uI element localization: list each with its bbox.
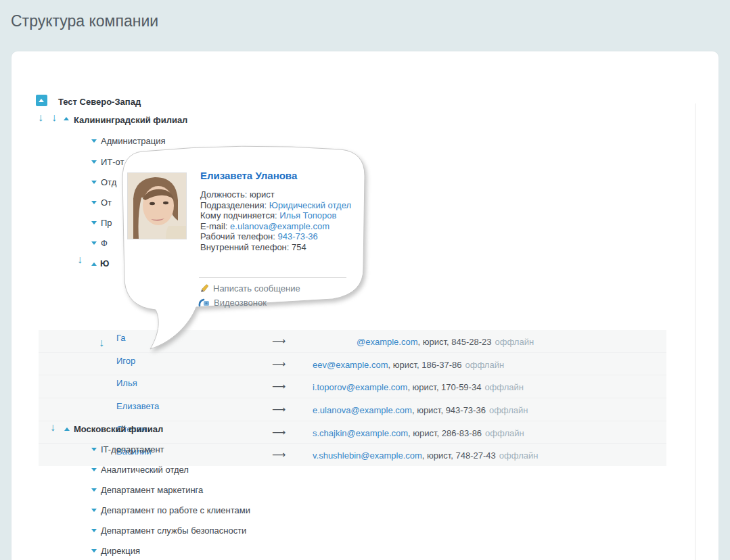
tree-node-department[interactable]: Аналитический отдел	[101, 465, 189, 475]
field-email: E-mail: e.ulanova@example.com	[200, 221, 351, 232]
write-message-button[interactable]: Написать сообщение	[200, 283, 300, 294]
field-department: Подразделения: Юридический отдел	[200, 200, 351, 211]
page-title: Структура компании	[11, 12, 158, 30]
status-badge: оффлайн	[484, 382, 524, 392]
arrow-right-icon: ⟶	[272, 358, 286, 369]
pencil-icon	[200, 283, 209, 293]
tree-node-department[interactable]: Департамент службы безопасности	[101, 526, 246, 536]
up-triangle-icon	[39, 99, 44, 102]
employee-email-link[interactable]: eev@example.com	[313, 360, 388, 370]
arrow-right-icon: ⟶	[272, 404, 286, 415]
employee-phone: 186-37-86	[417, 360, 462, 370]
employee-position: юрист	[408, 428, 437, 438]
portrait-image	[128, 173, 186, 239]
company-structure-page: Структура компании Тест Северо-Запад ↓ ↓…	[0, 0, 730, 560]
supervisor-link[interactable]: Илья Топоров	[279, 210, 336, 220]
field-work-phone: Рабочий телефон: 943-73-36	[200, 231, 351, 242]
employee-name-link[interactable]: Илья	[116, 378, 137, 388]
employee-photo[interactable]	[127, 172, 187, 239]
expand-toggle-icon[interactable]	[91, 201, 97, 204]
field-supervisor: Кому подчиняется: Илья Топоров	[200, 210, 351, 221]
expand-toggle-icon[interactable]	[91, 241, 97, 245]
tree-node-department[interactable]: Ф	[101, 238, 108, 248]
employee-name-link[interactable]: Елизавета	[116, 401, 159, 411]
tree-node-legal-department[interactable]: Ю	[100, 258, 109, 269]
down-arrow-icon[interactable]: ↓	[77, 254, 83, 265]
email-link[interactable]: e.ulanova@example.com	[230, 221, 329, 231]
employee-email-link[interactable]: e.ulanova@example.com	[313, 405, 412, 415]
tree-node-department[interactable]: Пр	[101, 218, 112, 228]
employee-email-link[interactable]: i.toporov@example.com	[313, 382, 407, 392]
status-badge: оффлайн	[485, 428, 524, 438]
expand-toggle-icon[interactable]	[91, 468, 97, 471]
expand-toggle-icon[interactable]	[91, 448, 97, 451]
collapse-toggle-icon[interactable]	[64, 427, 70, 431]
popup-employee-name-link[interactable]: Елизавета Уланова	[200, 170, 297, 181]
status-badge: оффлайн	[465, 360, 504, 370]
employee-row: Илья ⟶ i.toporov@example.comюрист170-59-…	[39, 375, 666, 398]
status-badge: оффлайн	[495, 337, 534, 347]
employee-position: юрист	[412, 405, 441, 415]
expand-toggle-icon[interactable]	[91, 160, 97, 164]
employee-email-link[interactable]: v.shushlebin@example.com	[313, 450, 422, 461]
expand-toggle-icon[interactable]	[91, 509, 97, 512]
employee-phone: 170-59-34	[436, 382, 482, 392]
tree-node-root[interactable]: Тест Северо-Запад	[58, 97, 141, 107]
tree-node-department[interactable]: Дирекция	[101, 546, 140, 556]
employee-position: юрист	[388, 360, 417, 370]
video-call-icon	[198, 298, 210, 307]
employee-phone: 943-73-36	[440, 405, 486, 415]
employee-position: юрист	[422, 450, 451, 461]
employee-name-link[interactable]: Игор	[116, 356, 135, 366]
field-internal-phone: Внутренний телефон: 754	[200, 242, 351, 253]
tree-node-kaliningrad[interactable]: Калининградский филиал	[74, 115, 187, 125]
field-position: Должность: юрист	[200, 189, 351, 200]
expand-toggle-icon[interactable]	[91, 139, 97, 143]
down-arrow-icon[interactable]: ↓	[51, 112, 57, 123]
expand-toggle-icon[interactable]	[91, 181, 97, 184]
expand-toggle-icon[interactable]	[91, 221, 97, 225]
tree-node-department[interactable]: От	[101, 197, 112, 208]
tree-node-moscow[interactable]: Московский филиал	[74, 424, 163, 434]
status-badge: оффлайн	[489, 405, 528, 415]
collapse-toggle-icon[interactable]	[64, 117, 69, 120]
popup-divider	[199, 277, 346, 278]
arrow-right-icon: ⟶	[272, 427, 286, 438]
video-call-button[interactable]: Видеозвонок	[198, 298, 267, 308]
work-phone-link[interactable]: 943-73-36	[278, 231, 318, 241]
arrow-right-icon: ⟶	[272, 381, 286, 392]
status-badge: оффлайн	[499, 450, 539, 461]
vertical-divider	[695, 103, 695, 560]
employee-row: Елизавета ⟶ e.ulanova@example.comюрист94…	[39, 398, 666, 421]
employee-position: юрист	[418, 337, 447, 347]
tree-node-department[interactable]: Департамент маркетинга	[101, 485, 203, 495]
tree-node-department[interactable]: Департамент по работе с клиентами	[101, 505, 250, 515]
employee-phone: 286-83-86	[437, 428, 482, 438]
expand-toggle-icon[interactable]	[91, 529, 97, 532]
expand-toggle-icon[interactable]	[91, 549, 97, 553]
employee-phone: 748-27-43	[451, 450, 496, 461]
collapse-toggle-icon[interactable]	[36, 95, 47, 106]
employee-email-link[interactable]: s.chajkin@example.com	[313, 428, 408, 438]
employee-profile-popup: Елизавета Уланова Должность: юрист Подра…	[114, 145, 371, 356]
arrow-right-icon: ⟶	[272, 449, 286, 460]
popup-fields: Должность: юрист Подразделения: Юридичес…	[200, 189, 351, 252]
collapse-toggle-icon[interactable]	[91, 262, 97, 266]
employee-phone: 845-28-23	[447, 337, 492, 347]
department-link[interactable]: Юридический отдел	[269, 200, 351, 210]
down-arrow-icon[interactable]: ↓	[38, 112, 43, 123]
expand-toggle-icon[interactable]	[91, 488, 97, 492]
tree-node-department[interactable]: IT-департамент	[101, 444, 164, 454]
down-arrow-icon[interactable]: ↓	[50, 422, 55, 433]
employee-position: юрист	[407, 382, 436, 392]
